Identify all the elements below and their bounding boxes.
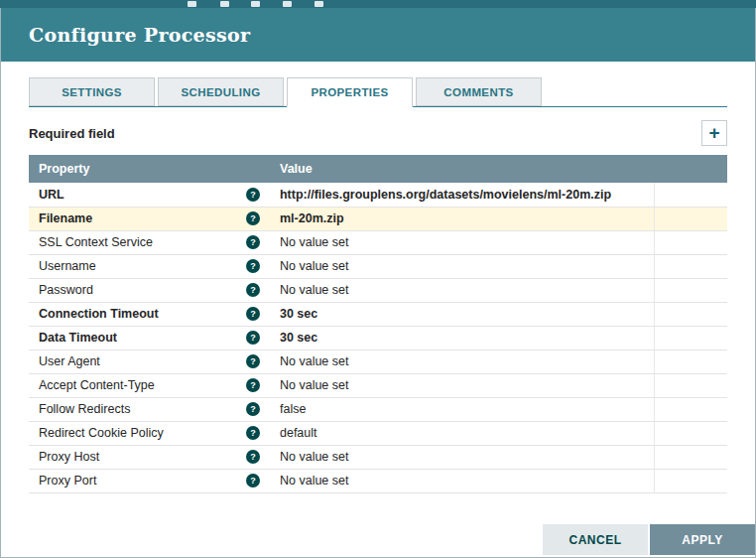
table-row: User Agent ? No value set <box>29 349 727 373</box>
property-value[interactable]: No value set <box>270 230 654 254</box>
table-toolbar: Required field + <box>29 120 727 146</box>
row-extra-cell <box>654 349 727 373</box>
property-name: Follow Redirects <box>39 402 238 416</box>
property-name: URL <box>39 188 238 202</box>
property-value[interactable]: false <box>270 397 654 421</box>
row-extra-cell <box>654 469 727 492</box>
property-name: Accept Content-Type <box>39 378 238 392</box>
row-extra-cell <box>654 421 727 445</box>
property-value[interactable]: ml-20m.zip <box>270 207 654 230</box>
table-row: SSL Context Service ? No value set <box>29 230 727 254</box>
property-cell: Accept Content-Type ? <box>29 373 270 397</box>
table-row: URL ? http://files.grouplens.org/dataset… <box>29 183 727 207</box>
column-header-extra <box>654 155 727 183</box>
help-icon[interactable]: ? <box>246 235 260 249</box>
dialog-title: Configure Processor <box>29 24 250 46</box>
property-name: Redirect Cookie Policy <box>39 426 238 440</box>
property-cell: Data Timeout ? <box>29 326 270 349</box>
help-icon[interactable]: ? <box>246 307 260 321</box>
property-name: Password <box>39 283 238 297</box>
property-value[interactable]: No value set <box>270 349 654 373</box>
property-cell: Proxy Port ? <box>29 469 270 492</box>
property-cell: Follow Redirects ? <box>29 397 270 421</box>
column-header-value: Value <box>270 155 654 183</box>
property-name: Filename <box>39 211 238 225</box>
property-cell: Proxy Host ? <box>29 445 270 469</box>
tab-settings[interactable]: SETTINGS <box>29 77 155 106</box>
property-value[interactable]: No value set <box>270 469 654 492</box>
tab-comments[interactable]: COMMENTS <box>416 77 542 106</box>
table-row: Redirect Cookie Policy ? default <box>29 421 727 445</box>
help-icon[interactable]: ? <box>246 354 260 368</box>
property-name: Username <box>39 259 238 273</box>
help-icon[interactable]: ? <box>246 426 260 440</box>
row-extra-cell <box>654 326 727 349</box>
add-property-button[interactable]: + <box>701 120 727 146</box>
required-field-label: Required field <box>29 126 115 141</box>
property-value[interactable]: 30 sec <box>270 326 654 349</box>
property-name: Proxy Host <box>39 450 238 464</box>
table-header-row: Property Value <box>29 155 727 183</box>
property-value[interactable]: No value set <box>270 373 654 397</box>
help-icon[interactable]: ? <box>246 188 260 202</box>
property-name: Connection Timeout <box>39 307 238 321</box>
property-table-body: URL ? http://files.grouplens.org/dataset… <box>29 183 727 492</box>
table-row: Filename ? ml-20m.zip <box>29 207 727 230</box>
property-cell: Password ? <box>29 278 270 302</box>
property-cell: Filename ? <box>29 207 270 230</box>
table-row: Proxy Port ? No value set <box>29 469 727 492</box>
help-icon[interactable]: ? <box>246 283 260 297</box>
table-row: Proxy Host ? No value set <box>29 445 727 469</box>
property-cell: URL ? <box>29 183 270 207</box>
table-row: Follow Redirects ? false <box>29 397 727 421</box>
table-row: Accept Content-Type ? No value set <box>29 373 727 397</box>
property-value[interactable]: No value set <box>270 278 654 302</box>
tab-bar: SETTINGS SCHEDULING PROPERTIES COMMENTS <box>29 77 727 107</box>
row-extra-cell <box>654 302 727 326</box>
dialog-body: SETTINGS SCHEDULING PROPERTIES COMMENTS … <box>1 62 755 493</box>
property-value[interactable]: No value set <box>270 254 654 278</box>
row-extra-cell <box>654 278 727 302</box>
help-icon[interactable]: ? <box>246 211 260 225</box>
background-app-icon <box>188 1 196 7</box>
property-name: SSL Context Service <box>39 235 238 249</box>
background-app-bar <box>0 0 756 8</box>
help-icon[interactable]: ? <box>246 450 260 464</box>
property-table: Property Value URL ? http://files.groupl… <box>29 155 727 493</box>
background-app-icon <box>283 1 292 7</box>
help-icon[interactable]: ? <box>246 378 260 392</box>
cancel-button[interactable]: CANCEL <box>543 524 648 555</box>
tab-properties[interactable]: PROPERTIES <box>287 77 413 107</box>
row-extra-cell <box>654 254 727 278</box>
background-app-icon <box>251 1 260 7</box>
help-icon[interactable]: ? <box>246 259 260 273</box>
property-name: User Agent <box>39 354 238 368</box>
help-icon[interactable]: ? <box>246 402 260 416</box>
property-value[interactable]: 30 sec <box>270 302 654 326</box>
row-extra-cell <box>654 230 727 254</box>
dialog-footer: CANCEL APPLY <box>543 524 755 555</box>
background-app-icon <box>315 1 323 7</box>
property-value[interactable]: default <box>270 421 654 445</box>
help-icon[interactable]: ? <box>246 474 260 488</box>
table-row: Connection Timeout ? 30 sec <box>29 302 727 326</box>
property-cell: User Agent ? <box>29 349 270 373</box>
property-cell: Username ? <box>29 254 270 278</box>
tab-scheduling[interactable]: SCHEDULING <box>158 77 284 106</box>
table-row: Password ? No value set <box>29 278 727 302</box>
property-name: Proxy Port <box>39 474 238 488</box>
table-row: Data Timeout ? 30 sec <box>29 326 727 349</box>
property-name: Data Timeout <box>39 331 238 345</box>
help-icon[interactable]: ? <box>246 331 260 345</box>
property-cell: Connection Timeout ? <box>29 302 270 326</box>
configure-processor-dialog: Configure Processor SETTINGS SCHEDULING … <box>0 8 756 558</box>
property-cell: SSL Context Service ? <box>29 230 270 254</box>
property-value[interactable]: http://files.grouplens.org/datasets/movi… <box>270 183 654 207</box>
apply-button[interactable]: APPLY <box>650 524 755 555</box>
property-value[interactable]: No value set <box>270 445 654 469</box>
row-extra-cell <box>654 445 727 469</box>
column-header-property: Property <box>29 155 270 183</box>
property-cell: Redirect Cookie Policy ? <box>29 421 270 445</box>
row-extra-cell <box>654 373 727 397</box>
background-app-icon <box>220 1 229 7</box>
